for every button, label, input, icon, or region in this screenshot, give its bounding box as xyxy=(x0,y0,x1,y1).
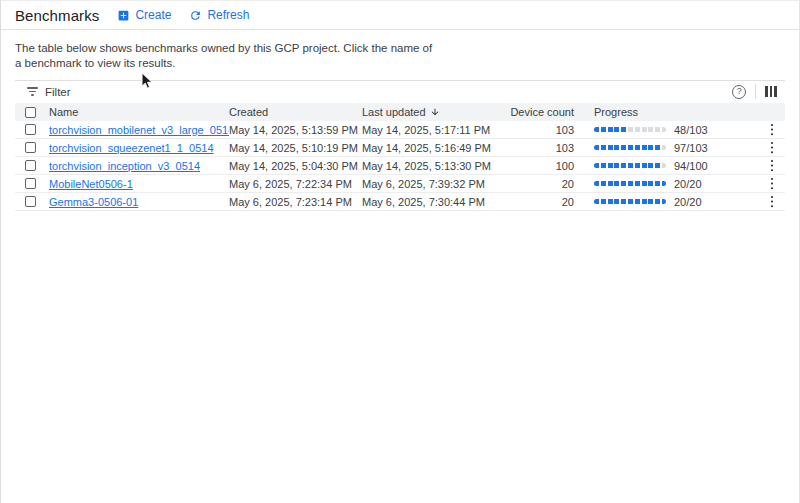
progress-bar xyxy=(594,199,666,204)
row-checkbox[interactable] xyxy=(25,142,36,153)
benchmarks-panel: Benchmarks Create Refresh The table belo… xyxy=(0,0,800,503)
column-header-progress: Progress xyxy=(594,106,759,118)
column-header-device-count[interactable]: Device count xyxy=(510,106,574,118)
create-button[interactable]: Create xyxy=(113,6,175,24)
description-line-2: a benchmark to view its results. xyxy=(15,56,785,71)
description-line-1: The table below shows benchmarks owned b… xyxy=(15,41,785,56)
progress-bar xyxy=(594,145,666,150)
row-actions-kebab-icon[interactable] xyxy=(766,141,778,155)
page-title: Benchmarks xyxy=(15,7,99,24)
created-cell: May 6, 2025, 7:23:14 PM xyxy=(229,196,362,208)
table-header-row: Name Created Last updated Device count P… xyxy=(15,103,785,121)
benchmark-name-link[interactable]: torchvision_mobilenet_v3_large_0514 xyxy=(49,124,229,136)
column-header-name[interactable]: Name xyxy=(49,106,229,118)
created-cell: May 14, 2025, 5:10:19 PM xyxy=(229,142,362,154)
column-display-options-icon[interactable] xyxy=(764,85,778,98)
row-checkbox[interactable] xyxy=(25,196,36,207)
select-all-checkbox[interactable] xyxy=(25,107,36,118)
progress-fraction: 97/103 xyxy=(674,142,708,154)
progress-cell: 97/103 xyxy=(594,142,759,154)
header-checkbox-cell xyxy=(15,107,49,118)
refresh-button-label: Refresh xyxy=(207,8,249,22)
created-cell: May 6, 2025, 7:22:34 PM xyxy=(229,178,362,190)
table-row: Gemma3-0506-01 May 6, 2025, 7:23:14 PM M… xyxy=(15,193,785,211)
progress-bar xyxy=(594,163,666,168)
progress-bar xyxy=(594,127,666,132)
device-count-cell: 20 xyxy=(510,178,574,190)
filter-button[interactable]: Filter xyxy=(15,86,71,98)
refresh-icon xyxy=(189,9,202,22)
filter-button-label: Filter xyxy=(45,86,71,98)
progress-cell: 48/103 xyxy=(594,124,759,136)
table-row: MobileNet0506-1 May 6, 2025, 7:22:34 PM … xyxy=(15,175,785,193)
progress-fraction: 20/20 xyxy=(674,196,702,208)
toolbar-right-icons: ? xyxy=(732,84,785,99)
last-updated-cell: May 14, 2025, 5:17:11 PM xyxy=(362,124,510,136)
progress-fraction: 20/20 xyxy=(674,178,702,190)
column-header-created[interactable]: Created xyxy=(229,106,362,118)
table-row: torchvision_mobilenet_v3_large_0514 May … xyxy=(15,121,785,139)
progress-cell: 20/20 xyxy=(594,196,759,208)
row-actions-kebab-icon[interactable] xyxy=(766,123,778,137)
benchmark-name-link[interactable]: torchvision_squeezenet1_1_0514 xyxy=(49,142,214,154)
column-header-last-updated-label: Last updated xyxy=(362,106,426,118)
progress-cell: 94/100 xyxy=(594,160,759,172)
device-count-cell: 103 xyxy=(510,142,574,154)
row-actions-kebab-icon[interactable] xyxy=(766,177,778,191)
create-button-label: Create xyxy=(135,8,171,22)
table-row: torchvision_squeezenet1_1_0514 May 14, 2… xyxy=(15,139,785,157)
column-header-last-updated[interactable]: Last updated xyxy=(362,106,510,118)
row-actions-kebab-icon[interactable] xyxy=(766,159,778,173)
benchmarks-table: Name Created Last updated Device count P… xyxy=(15,103,785,211)
benchmark-name-link[interactable]: MobileNet0506-1 xyxy=(49,178,133,190)
created-cell: May 14, 2025, 5:13:59 PM xyxy=(229,124,362,136)
created-cell: May 14, 2025, 5:04:30 PM xyxy=(229,160,362,172)
benchmark-name-link[interactable]: Gemma3-0506-01 xyxy=(49,196,138,208)
last-updated-cell: May 14, 2025, 5:16:49 PM xyxy=(362,142,510,154)
help-icon[interactable]: ? xyxy=(732,85,746,99)
row-checkbox[interactable] xyxy=(25,178,36,189)
last-updated-cell: May 6, 2025, 7:39:32 PM xyxy=(362,178,510,190)
row-checkbox[interactable] xyxy=(25,160,36,171)
device-count-cell: 20 xyxy=(510,196,574,208)
benchmark-name-link[interactable]: torchvision_inception_v3_0514 xyxy=(49,160,200,172)
add-box-icon xyxy=(117,9,130,22)
table-row: torchvision_inception_v3_0514 May 14, 20… xyxy=(15,157,785,175)
top-header-bar: Benchmarks Create Refresh xyxy=(1,1,799,30)
filter-list-icon xyxy=(27,87,38,96)
row-actions-kebab-icon[interactable] xyxy=(766,195,778,209)
device-count-cell: 103 xyxy=(510,124,574,136)
toolbar-vertical-divider xyxy=(755,84,756,99)
progress-bar xyxy=(594,181,666,186)
description-text: The table below shows benchmarks owned b… xyxy=(15,41,785,71)
progress-fraction: 48/103 xyxy=(674,124,708,136)
filter-toolbar: Filter ? xyxy=(15,81,785,102)
row-checkbox[interactable] xyxy=(25,124,36,135)
refresh-button[interactable]: Refresh xyxy=(185,6,253,24)
progress-cell: 20/20 xyxy=(594,178,759,190)
last-updated-cell: May 14, 2025, 5:13:30 PM xyxy=(362,160,510,172)
last-updated-cell: May 6, 2025, 7:30:44 PM xyxy=(362,196,510,208)
sort-descending-arrow-icon[interactable] xyxy=(430,107,440,117)
device-count-cell: 100 xyxy=(510,160,574,172)
progress-fraction: 94/100 xyxy=(674,160,708,172)
